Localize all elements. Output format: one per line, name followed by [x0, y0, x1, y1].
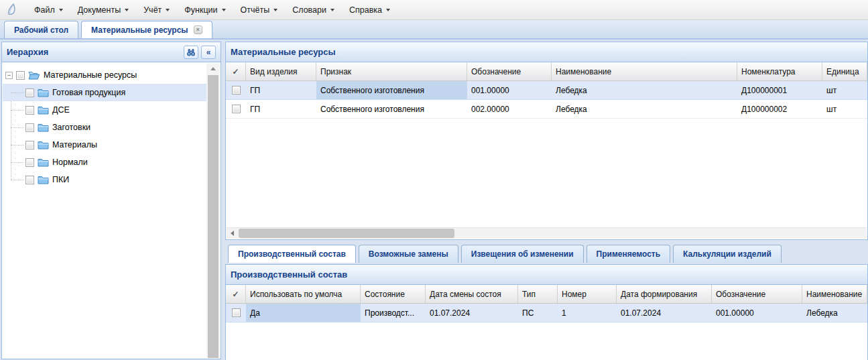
tree-checkbox[interactable] — [25, 123, 34, 132]
tree-node-normals[interactable]: Нормали — [3, 154, 206, 171]
collapse-node-icon[interactable]: − — [5, 72, 13, 79]
cell-nomer[interactable]: 1 — [558, 304, 617, 322]
tree-checkbox[interactable] — [25, 106, 34, 115]
collapse-left-icon: « — [206, 48, 211, 56]
column-header-nomer[interactable]: Номер — [558, 285, 617, 303]
folder-icon — [38, 123, 49, 132]
cell-vid-izdeliya[interactable]: ГП — [246, 81, 316, 99]
column-header-nomenklatura[interactable]: Номенклатура — [737, 62, 822, 80]
scroll-left-arrow[interactable] — [227, 228, 238, 239]
tree-node-finished-goods[interactable]: Готовая продукция — [3, 84, 206, 101]
resources-panel-title: Материальные ресурсы — [231, 47, 336, 57]
caret-down-icon — [166, 9, 170, 11]
cell-priznak[interactable]: Собственного изготовления — [316, 100, 467, 118]
cell-oboznachenie[interactable]: 001.00000 — [712, 304, 802, 322]
cell-nomenklatura[interactable]: Д100000001 — [737, 81, 822, 99]
tree-checkbox[interactable] — [25, 176, 34, 184]
tab-production-composition[interactable]: Производственный состав — [228, 245, 356, 263]
tree-checkbox[interactable] — [25, 88, 34, 97]
column-header-data-smeny[interactable]: Дата смены состоя — [426, 285, 518, 303]
menu-file[interactable]: Файл — [27, 3, 70, 17]
cell-vid-izdeliya[interactable]: ГП — [246, 100, 316, 118]
column-header-edinitsa[interactable]: Единица — [822, 62, 867, 80]
composition-row-1[interactable]: Да Производст... 01.07.2024 ПС 1 01.07.2… — [226, 304, 867, 322]
tree-node-materials[interactable]: Материалы — [3, 136, 206, 154]
tab-material-resources-label: Материальные ресурсы — [91, 22, 188, 38]
cell-naimenovanie[interactable]: Лебедка — [552, 81, 737, 99]
cell-naimenovanie[interactable]: Лебедка — [802, 304, 867, 322]
scroll-up-arrow[interactable] — [206, 63, 220, 74]
tree-node-pki[interactable]: ПКИ — [3, 171, 206, 188]
select-all-column-header[interactable]: ✓ — [226, 62, 246, 80]
cell-edinitsa[interactable]: шт — [822, 81, 867, 99]
tree-node-root[interactable]: − Материальные ресурсы — [3, 66, 206, 84]
tree-checkbox[interactable] — [16, 71, 25, 80]
cell-oboznachenie[interactable]: 002.00000 — [467, 100, 552, 118]
menu-functions[interactable]: Функции — [177, 3, 233, 17]
tab-label: Извещения об изменении — [471, 246, 574, 262]
column-header-oboznachenie[interactable]: Обозначение — [467, 62, 552, 80]
tab-desktop-label: Рабочий стол — [14, 22, 68, 38]
menu-help[interactable]: Справка — [342, 3, 397, 17]
tree-node-dse[interactable]: ДСЕ — [3, 101, 206, 119]
cell-nomenklatura[interactable]: Д100000002 — [737, 100, 822, 118]
caret-down-icon — [386, 9, 390, 11]
tab-possible-replacements[interactable]: Возможные замены — [359, 245, 458, 263]
row-checkbox[interactable] — [232, 86, 241, 95]
cell-data-smeny[interactable]: 01.07.2024 — [426, 304, 518, 322]
column-header-oboznachenie[interactable]: Обозначение — [712, 285, 802, 303]
menu-documents[interactable]: Документы — [70, 3, 136, 17]
collapse-panel-button[interactable]: « — [201, 46, 216, 59]
resources-horizontal-scrollbar[interactable] — [227, 227, 867, 239]
caret-down-icon — [59, 9, 63, 11]
tab-applicability[interactable]: Применяемость — [586, 245, 670, 263]
tree-node-label: ДСЕ — [52, 105, 70, 115]
app-logo-quill-icon — [4, 3, 19, 17]
cell-sostoyanie[interactable]: Производст... — [361, 304, 426, 322]
cell-naimenovanie[interactable]: Лебедка — [552, 100, 737, 118]
cell-priznak-focused[interactable]: Собственного изготовления — [316, 81, 467, 99]
hierarchy-panel-header: Иерархия « — [2, 42, 221, 62]
tree-node-blanks[interactable]: Заготовки — [3, 119, 206, 136]
column-header-vid-izdeliya[interactable]: Вид изделия — [246, 62, 316, 80]
scrollbar-thumb[interactable] — [208, 75, 219, 358]
column-header-sostoyanie[interactable]: Состояние — [361, 285, 426, 303]
menu-accounting[interactable]: Учёт — [136, 3, 177, 17]
menu-file-label: Файл — [34, 5, 55, 15]
column-header-priznak[interactable]: Признак — [316, 62, 467, 80]
cell-edinitsa[interactable]: шт — [822, 100, 867, 118]
tab-product-calculations[interactable]: Калькуляции изделий — [673, 245, 782, 263]
column-header-data-formirovaniya[interactable]: Дата формирования — [617, 285, 712, 303]
column-header-naimenovanie[interactable]: Наименование — [552, 62, 737, 80]
resources-row-2[interactable]: ГП Собственного изготовления 002.00000 Л… — [226, 100, 867, 119]
tree-checkbox[interactable] — [25, 141, 34, 149]
select-all-column-header[interactable]: ✓ — [226, 285, 246, 303]
tab-change-notices[interactable]: Извещения об изменении — [461, 245, 584, 263]
menu-reports[interactable]: Отчёты — [233, 3, 286, 17]
row-checkbox[interactable] — [232, 105, 241, 113]
cell-data-formirovaniya[interactable]: 01.07.2024 — [617, 304, 712, 322]
hierarchy-tree: − Материальные ресурсы Готовая продукция… — [3, 63, 206, 358]
close-icon[interactable]: × — [194, 25, 202, 34]
column-header-naimenovanie[interactable]: Наименование — [802, 285, 867, 303]
tab-desktop[interactable]: Рабочий стол — [4, 21, 78, 38]
open-folder-icon — [28, 70, 40, 80]
row-checkbox-cell — [226, 100, 246, 118]
column-header-tip[interactable]: Тип — [518, 285, 558, 303]
tree-checkbox[interactable] — [25, 158, 34, 167]
menu-dictionaries[interactable]: Словари — [285, 3, 342, 17]
row-checkbox[interactable] — [232, 308, 241, 317]
tab-material-resources[interactable]: Материальные ресурсы × — [81, 21, 212, 38]
search-button[interactable] — [184, 46, 198, 59]
scrollbar-thumb[interactable] — [239, 229, 454, 238]
folder-icon — [38, 141, 49, 149]
menu-reports-label: Отчёты — [241, 5, 270, 15]
tree-vertical-scrollbar[interactable] — [206, 63, 220, 358]
caret-down-icon — [330, 9, 334, 11]
resources-row-1[interactable]: ГП Собственного изготовления 001.00000 Л… — [226, 81, 867, 100]
cell-tip[interactable]: ПС — [518, 304, 558, 322]
cell-use-by-default-focused[interactable]: Да — [246, 304, 361, 322]
tree-node-label: Материалы — [52, 140, 97, 149]
cell-oboznachenie[interactable]: 001.00000 — [467, 81, 552, 99]
column-header-use-by-default[interactable]: Использовать по умолча — [246, 285, 361, 303]
